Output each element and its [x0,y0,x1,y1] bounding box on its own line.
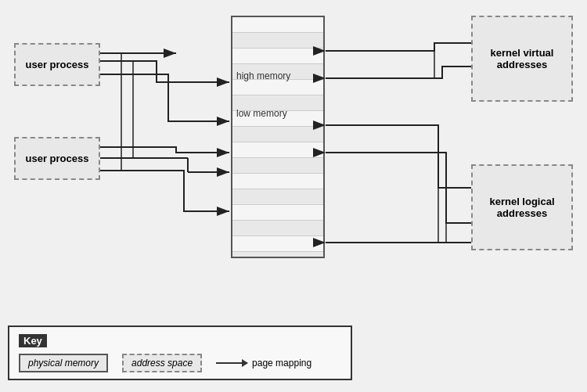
user-process-2: user process [14,137,100,180]
kernel-virtual-box: kernel virtualaddresses [471,16,573,102]
user-process-1: user process [14,43,100,86]
low-memory-label: low memory [236,108,287,119]
physical-memory-box [231,16,325,258]
key-arrow-icon [216,362,247,364]
diagram-container: user process user process high memory lo… [0,0,587,392]
kernel-logical-label: kernel logicaladdresses [489,196,554,219]
key-items: physical memory address space page mappi… [19,354,341,372]
key-physical-memory: physical memory [19,354,108,372]
key-address-space: address space [122,354,202,372]
high-memory-label: high memory [236,70,290,81]
key-page-mapping: page mapping [216,358,312,369]
key-title: Key [19,334,47,347]
kernel-virtual-label: kernel virtualaddresses [491,47,554,70]
user-process-1-label: user process [26,59,89,70]
kernel-logical-box: kernel logicaladdresses [471,164,573,250]
user-process-2-label: user process [26,153,89,164]
key-section: Key physical memory address space page m… [8,325,352,380]
